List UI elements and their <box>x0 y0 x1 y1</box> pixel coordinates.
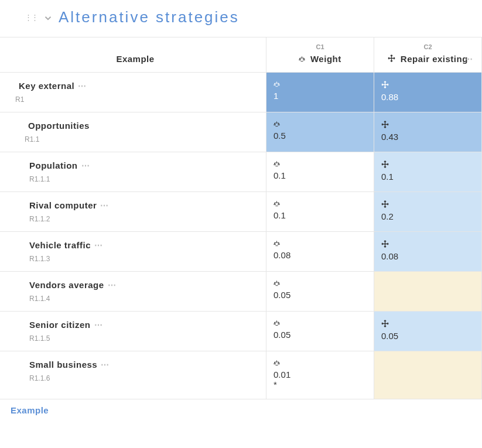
scale-icon <box>274 240 367 248</box>
collapse-icon[interactable] <box>45 13 52 22</box>
data-cell[interactable]: 0.5 <box>266 112 374 152</box>
strategy-table: Example C1 WeightC2 Repair existing⋯ Key… <box>0 37 482 399</box>
row-id: R1.1 <box>25 135 255 143</box>
scale-icon <box>274 160 367 168</box>
row-name: Key external ⋯ <box>15 81 255 91</box>
data-cell[interactable]: 0.88 <box>374 73 482 112</box>
column-id: C1 <box>274 37 367 54</box>
cell-value: 0.08 <box>274 250 290 260</box>
row-label-cell[interactable]: Vendors average ⋯R1.1.4 <box>0 272 266 312</box>
table-row: Small business ⋯R1.1.60.01* <box>0 351 482 399</box>
row-id: R1.1.4 <box>29 295 255 303</box>
cell-value: 0.05 <box>381 331 398 341</box>
column-name: Repair existing <box>388 54 468 64</box>
move-icon <box>388 56 395 63</box>
row-label-cell[interactable]: Population ⋯R1.1.1 <box>0 152 266 192</box>
table-row: OpportunitiesR1.1 0.50.43 <box>0 112 482 152</box>
row-header-label: Example <box>116 54 154 64</box>
data-cell[interactable]: 0.05 <box>374 312 482 351</box>
row-id: R1.1.1 <box>29 175 255 183</box>
row-menu-icon[interactable]: ⋯ <box>101 360 108 370</box>
cell-note: * <box>274 379 367 389</box>
row-name: Small business ⋯ <box>29 360 255 370</box>
row-label-cell[interactable]: Vehicle traffic ⋯R1.1.3 <box>0 232 266 272</box>
row-label-cell[interactable]: Rival computer ⋯R1.1.2 <box>0 192 266 232</box>
row-name: Opportunities <box>25 121 255 131</box>
move-icon <box>381 160 474 169</box>
scale-icon <box>274 121 367 128</box>
row-name: Vendors average ⋯ <box>29 280 255 290</box>
column-menu-icon[interactable]: ⋯ <box>464 54 472 64</box>
row-name: Senior citizen ⋯ <box>29 320 255 330</box>
data-cell[interactable]: 0.01* <box>266 351 374 399</box>
row-menu-icon[interactable]: ⋯ <box>81 161 89 170</box>
row-name: Vehicle traffic ⋯ <box>29 240 255 250</box>
cell-value: 0.08 <box>381 251 398 261</box>
column-header-C2[interactable]: C2 Repair existing⋯ <box>374 37 482 73</box>
table-row: Rival computer ⋯R1.1.20.10.2 <box>0 192 482 232</box>
cell-value: 0.88 <box>381 92 398 102</box>
column-header-C1[interactable]: C1 Weight <box>266 37 374 73</box>
row-menu-icon[interactable]: ⋯ <box>78 81 86 91</box>
row-label-cell[interactable]: Senior citizen ⋯R1.1.5 <box>0 312 266 351</box>
cell-value: 0.43 <box>381 132 398 142</box>
table-row: Population ⋯R1.1.10.10.1 <box>0 152 482 192</box>
cell-value: 0.1 <box>381 172 394 182</box>
cell-value: 0.2 <box>381 211 394 221</box>
section-title: Alternative strategies <box>59 8 240 26</box>
row-label-cell[interactable]: Key external ⋯R1 <box>0 73 266 112</box>
row-label-cell[interactable]: Small business ⋯R1.1.6 <box>0 351 266 399</box>
scale-icon <box>299 56 305 63</box>
data-cell[interactable] <box>374 351 482 399</box>
data-cell[interactable]: 0.05 <box>266 312 374 351</box>
data-cell[interactable]: 0.08 <box>266 232 374 272</box>
row-menu-icon[interactable]: ⋯ <box>108 281 115 290</box>
row-name: Rival computer ⋯ <box>29 200 255 210</box>
cell-value: 0.1 <box>274 170 286 180</box>
row-name: Population ⋯ <box>29 160 255 170</box>
cell-value: 0.05 <box>274 290 290 300</box>
data-cell[interactable] <box>374 272 482 312</box>
footer-label[interactable]: Example <box>0 399 482 421</box>
move-icon <box>381 200 474 209</box>
move-icon <box>381 240 474 249</box>
row-id: R1.1.5 <box>29 334 255 343</box>
cell-value: 0.05 <box>274 330 290 340</box>
data-cell[interactable]: 0.08 <box>374 232 482 272</box>
section-header: ⋮⋮ Alternative strategies <box>0 0 482 37</box>
data-cell[interactable]: 0.43 <box>374 112 482 152</box>
cell-value: 0.1 <box>274 210 286 220</box>
column-id: C2 <box>381 37 474 54</box>
cell-value: 0.5 <box>274 131 286 141</box>
scale-icon <box>274 280 367 288</box>
row-id: R1.1.3 <box>29 255 255 263</box>
data-cell[interactable]: 0.2 <box>374 192 482 232</box>
move-icon <box>381 121 474 129</box>
row-id: R1 <box>15 95 255 104</box>
scale-icon <box>274 320 367 327</box>
scale-icon <box>274 360 367 367</box>
move-icon <box>381 81 474 90</box>
data-cell[interactable]: 0.1 <box>266 192 374 232</box>
drag-handle-icon[interactable]: ⋮⋮ <box>25 13 37 22</box>
cell-value: 0.01 <box>274 370 290 379</box>
table-row: Vendors average ⋯R1.1.40.05 <box>0 272 482 312</box>
column-name: Weight <box>299 54 341 64</box>
table-row: Senior citizen ⋯R1.1.50.050.05 <box>0 312 482 351</box>
cell-value: 1 <box>274 91 278 101</box>
data-cell[interactable]: 0.05 <box>266 272 374 312</box>
data-cell[interactable]: 1 <box>266 73 374 112</box>
row-id: R1.1.6 <box>29 374 255 382</box>
row-menu-icon[interactable]: ⋯ <box>94 241 102 250</box>
table-row: Vehicle traffic ⋯R1.1.30.080.08 <box>0 232 482 272</box>
data-cell[interactable]: 0.1 <box>374 152 482 192</box>
row-label-cell[interactable]: OpportunitiesR1.1 <box>0 112 266 152</box>
row-header-column: Example <box>0 37 266 73</box>
scale-icon <box>274 81 367 88</box>
row-menu-icon[interactable]: ⋯ <box>94 320 102 330</box>
move-icon <box>381 320 474 329</box>
scale-icon <box>274 200 367 208</box>
data-cell[interactable]: 0.1 <box>266 152 374 192</box>
table-row: Key external ⋯R1 10.88 <box>0 73 482 112</box>
row-menu-icon[interactable]: ⋯ <box>100 201 108 210</box>
